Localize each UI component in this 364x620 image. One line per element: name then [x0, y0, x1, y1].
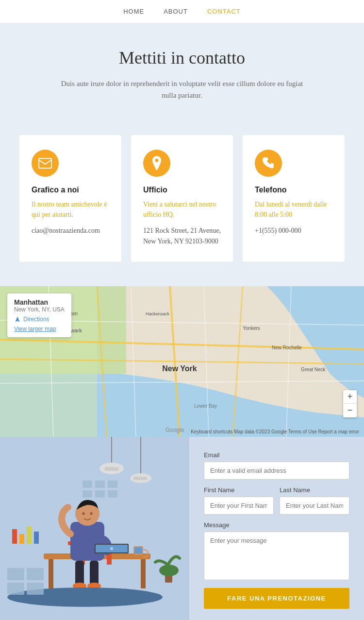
email-label: Email [204, 451, 349, 459]
svg-rect-45 [75, 561, 84, 585]
email-input[interactable] [204, 462, 349, 480]
form-section: Email First Name Last Name Message FARE … [0, 437, 364, 620]
location-icon [143, 150, 170, 177]
map-zoom-controls: + − [343, 390, 357, 417]
message-input[interactable] [204, 532, 349, 580]
svg-rect-65 [12, 529, 17, 544]
map-place-name: Manhattan [14, 298, 65, 306]
svg-rect-61 [7, 568, 24, 580]
email-icon [32, 150, 59, 177]
phone-card-title: Telefono [255, 186, 332, 194]
nav-home[interactable]: HOME [123, 8, 144, 15]
svg-rect-33 [83, 481, 92, 488]
phone-card: Telefono Dal lunedì al venerdì dalle 8:0… [243, 135, 345, 262]
svg-text:Lower Bay: Lower Bay [194, 403, 217, 409]
svg-rect-38 [108, 490, 117, 498]
location-card-detail: 121 Rock Street, 21 Avenue,New York, NY … [143, 225, 221, 247]
firstname-label: First Name [204, 486, 274, 494]
view-larger-map-link[interactable]: View larger map [14, 326, 65, 332]
zoom-out-button[interactable]: − [343, 404, 357, 417]
lastname-input[interactable] [280, 497, 349, 515]
svg-point-55 [110, 547, 113, 550]
svg-rect-63 [7, 583, 24, 595]
lastname-field: Last Name [280, 486, 349, 521]
email-card: Grafico a noi Il nostro team amichevole … [19, 135, 121, 262]
svg-text:New York: New York [162, 364, 197, 373]
svg-rect-66 [19, 534, 24, 544]
hero-subtitle: Duis aute irure dolor in reprehenderit i… [61, 78, 303, 101]
email-card-subtitle: Il nostro team amichevole è qui per aiut… [32, 199, 109, 220]
svg-rect-41 [141, 559, 146, 588]
svg-text:Great Neck: Great Neck [301, 367, 326, 372]
location-card: Ufficio Vieni a salutarci nel nostro uff… [131, 135, 233, 262]
location-card-subtitle: Vieni a salutarci nel nostro ufficio HQ. [143, 199, 221, 220]
cards-section: Grafico a noi Il nostro team amichevole … [0, 121, 364, 286]
svg-rect-62 [27, 568, 44, 580]
svg-text:Hackensack: Hackensack [146, 311, 170, 316]
location-card-title: Ufficio [143, 186, 221, 194]
svg-rect-67 [27, 527, 32, 544]
zoom-in-button[interactable]: + [343, 390, 357, 404]
page-title: Mettiti in contatto [29, 48, 335, 68]
svg-rect-36 [83, 490, 92, 498]
svg-rect-32 [133, 477, 147, 480]
svg-rect-35 [108, 481, 117, 488]
svg-text:Yonkers: Yonkers [243, 326, 260, 331]
phone-card-subtitle: Dal lunedì al venerdì dalle 8:00 alle 5:… [255, 199, 332, 220]
svg-rect-40 [49, 559, 53, 588]
directions-label: Directions [23, 316, 49, 323]
nav-contact[interactable]: CONTACT [207, 8, 241, 15]
firstname-input[interactable] [204, 497, 274, 515]
svg-point-51 [82, 512, 85, 515]
svg-rect-29 [104, 467, 119, 471]
svg-rect-37 [95, 490, 105, 498]
lastname-label: Last Name [280, 486, 349, 494]
hero-section: Mettiti in contatto Duis aute irure dolo… [0, 23, 364, 121]
submit-button[interactable]: FARE UNA PRENOTAZIONE [204, 588, 349, 609]
map-footer-text: Keyboard shortcuts Map data ©2023 Google… [191, 429, 359, 434]
name-row: First Name Last Name [204, 486, 349, 521]
navigation: HOME ABOUT CONTACT [0, 0, 364, 23]
email-card-detail: ciao@nostraazienda.com [32, 225, 109, 236]
svg-rect-68 [34, 532, 39, 544]
form-illustration [0, 437, 189, 620]
firstname-field: First Name [204, 486, 274, 521]
message-label: Message [204, 521, 349, 529]
contact-form: Email First Name Last Name Message FARE … [189, 437, 364, 620]
phone-icon [255, 150, 282, 177]
map-place-sub: New York, NY, USA [14, 306, 65, 313]
svg-text:Google: Google [165, 427, 184, 433]
svg-point-1 [155, 159, 159, 162]
svg-rect-64 [27, 583, 44, 595]
email-card-title: Grafico a noi [32, 186, 109, 194]
map-popup: Manhattan New York, NY, USA Directions V… [7, 293, 71, 337]
svg-rect-46 [90, 561, 99, 585]
map-directions-button[interactable]: Directions [14, 316, 65, 323]
svg-point-52 [90, 512, 93, 515]
svg-rect-0 [39, 158, 51, 168]
map-section: New York Newark Hoboken Yonkers New Roch… [0, 286, 364, 437]
svg-rect-49 [70, 522, 104, 561]
svg-text:New Rochelle: New Rochelle [272, 345, 302, 350]
svg-rect-34 [95, 481, 105, 488]
phone-card-detail: +1(555) 000-000 [255, 225, 332, 236]
cards-container: Grafico a noi Il nostro team amichevole … [19, 135, 345, 262]
nav-about[interactable]: ABOUT [164, 8, 188, 15]
svg-rect-57 [134, 547, 142, 554]
